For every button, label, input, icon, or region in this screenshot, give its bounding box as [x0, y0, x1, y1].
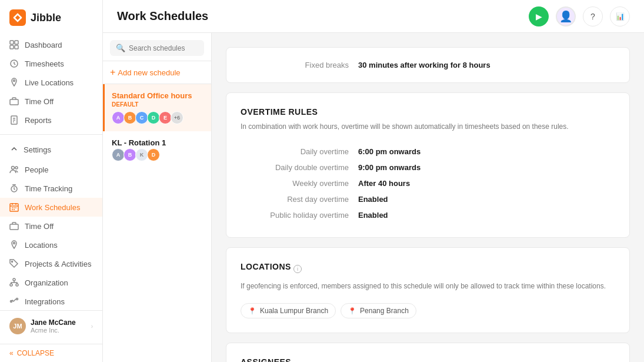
rule-value: Enabled	[358, 195, 388, 204]
sidebar-item-locations[interactable]: Locations	[0, 235, 102, 254]
search-input[interactable]	[129, 44, 217, 52]
sidebar-item-reports[interactable]: Reports	[0, 111, 102, 129]
avatar: K	[135, 148, 148, 161]
sidebar-item-label: Locations	[25, 241, 58, 250]
user-avatar-button[interactable]: 👤	[556, 6, 576, 26]
sidebar-item-label: Live Locations	[25, 78, 74, 87]
sidebar-item-time-tracking[interactable]: Time Tracking	[0, 179, 102, 198]
assignees-title: ASSIGNEES	[241, 357, 615, 362]
briefcase2-icon	[9, 221, 19, 231]
sidebar-item-live-locations[interactable]: Live Locations	[0, 73, 102, 92]
chevron-up-icon	[9, 144, 19, 155]
user-info[interactable]: JM Jane McCane Acme Inc. ›	[9, 318, 93, 334]
svg-point-13	[14, 243, 15, 244]
svg-rect-1	[15, 41, 18, 44]
overtime-desc: In combination with work hours, overtime…	[241, 121, 615, 132]
svg-point-5	[14, 80, 15, 82]
collapse-chevron-icon: «	[9, 349, 14, 357]
schedule-avatars: A B C D E +6	[112, 111, 204, 124]
avatar: B	[124, 111, 136, 124]
overtime-rules-list: Daily overtime 6:00 pm onwards Daily dou…	[241, 144, 615, 223]
sidebar-item-dashboard[interactable]: Dashboard	[0, 35, 102, 54]
avatar: C	[135, 111, 148, 124]
content-body: Fixed breaks 30 minutes after working fo…	[212, 33, 644, 362]
locations-desc: If geofencing is enforced, members assig…	[241, 281, 615, 291]
sidebar-item-label: Work Schedules	[25, 203, 80, 212]
user-company: Acme Inc.	[31, 327, 86, 334]
svg-point-19	[16, 298, 18, 300]
svg-rect-3	[15, 45, 18, 49]
stats-button[interactable]: 📊	[610, 6, 630, 26]
rule-label: Weekly overtime	[241, 179, 358, 188]
search-box[interactable]: 🔍	[110, 40, 204, 56]
logo: Jibble	[0, 0, 102, 33]
settings-header[interactable]: Settings	[0, 140, 102, 160]
help-button[interactable]: ?	[583, 6, 603, 26]
user-section: JM Jane McCane Acme Inc. ›	[0, 310, 102, 341]
sidebar-item-label: Time Tracking	[25, 184, 72, 193]
assignees-section: ASSIGNEES Members and groups can belong …	[226, 343, 630, 362]
svg-point-9	[15, 167, 18, 169]
svg-point-18	[11, 301, 12, 303]
location-icon	[9, 240, 19, 250]
time-tracking-icon	[9, 184, 19, 193]
sidebar-item-label: Time Off	[25, 222, 54, 231]
page-title: Work Schedules	[117, 9, 208, 23]
rule-value: 6:00 pm onwards	[358, 147, 421, 156]
sidebar-item-time-off-settings[interactable]: Time Off	[0, 217, 102, 235]
locations-title: LOCATIONS	[241, 262, 291, 271]
sidebar-item-integrations[interactable]: Integrations	[0, 292, 102, 310]
collapse-button[interactable]: « COLLAPSE	[0, 344, 102, 362]
sidebar: Jibble Dashboard Timesheets	[0, 0, 103, 362]
nav-divider	[0, 134, 102, 135]
avatar: A	[112, 148, 125, 161]
sidebar-item-label: Reports	[25, 116, 52, 125]
avatar: JM	[9, 318, 26, 334]
collapse-label: COLLAPSE	[17, 349, 54, 357]
file-icon	[9, 115, 19, 125]
location-name: Penang Branch	[360, 307, 409, 315]
schedule-list-header: 🔍	[103, 33, 211, 61]
pin-icon: 📍	[248, 307, 256, 315]
overtime-rule-1: Daily double overtime 9:00 pm onwards	[241, 160, 615, 175]
sidebar-item-people[interactable]: People	[0, 160, 102, 179]
location-tag-penang[interactable]: 📍 Penang Branch	[341, 303, 416, 318]
fixed-breaks-value: 30 minutes after working for 8 hours	[358, 61, 490, 69]
rule-label: Daily double overtime	[241, 163, 358, 172]
map-pin-icon	[9, 78, 19, 87]
schedule-avatars: A B K D	[112, 148, 204, 161]
rule-value: Enabled	[358, 211, 388, 220]
chevron-right-icon: ›	[91, 323, 93, 330]
sidebar-item-organization[interactable]: Organization	[0, 273, 102, 292]
location-tag-kl[interactable]: 📍 Kuala Lumpur Branch	[241, 303, 336, 318]
sidebar-item-work-schedules[interactable]: Work Schedules	[0, 198, 102, 217]
schedule-item-standard[interactable]: Standard Office hours DEFAULT A B C D E …	[103, 84, 211, 131]
add-schedule-button[interactable]: + Add new schedule	[103, 61, 211, 84]
schedule-item-kl[interactable]: KL - Rotation 1 A B K D	[103, 131, 211, 168]
sidebar-item-timesheets[interactable]: Timesheets	[0, 54, 102, 73]
info-icon[interactable]: i	[293, 265, 302, 273]
schedule-items: Standard Office hours DEFAULT A B C D E …	[103, 84, 211, 362]
nav-section: Dashboard Timesheets Live Locations	[0, 33, 102, 310]
locations-section: LOCATIONS i If geofencing is enforced, m…	[226, 247, 630, 333]
sidebar-item-projects[interactable]: Projects & Activities	[0, 254, 102, 273]
play-button[interactable]: ▶	[529, 6, 549, 26]
user-name: Jane McCane	[31, 318, 86, 327]
logo-icon	[9, 9, 26, 26]
svg-rect-12	[10, 224, 18, 230]
avatar: D	[147, 148, 160, 161]
sidebar-item-label: Organization	[25, 278, 68, 287]
overtime-rule-2: Weekly overtime After 40 hours	[241, 175, 615, 191]
avatar: E	[159, 111, 172, 124]
location-tags: 📍 Kuala Lumpur Branch 📍 Penang Branch	[241, 303, 615, 318]
overtime-rule-0: Daily overtime 6:00 pm onwards	[241, 144, 615, 160]
right-panel: Work Schedules ▶ 👤 ? 📊 🔍 +	[103, 0, 644, 362]
main-header: Work Schedules ▶ 👤 ? 📊	[103, 0, 644, 33]
sidebar-item-time-off[interactable]: Time Off	[0, 92, 102, 111]
briefcase-icon	[9, 97, 19, 106]
avatar: B	[124, 148, 136, 161]
overtime-title: OVERTIME RULES	[241, 107, 615, 117]
grid-icon	[9, 40, 19, 49]
pin-icon: 📍	[348, 307, 356, 315]
sidebar-item-label: Dashboard	[25, 41, 62, 49]
